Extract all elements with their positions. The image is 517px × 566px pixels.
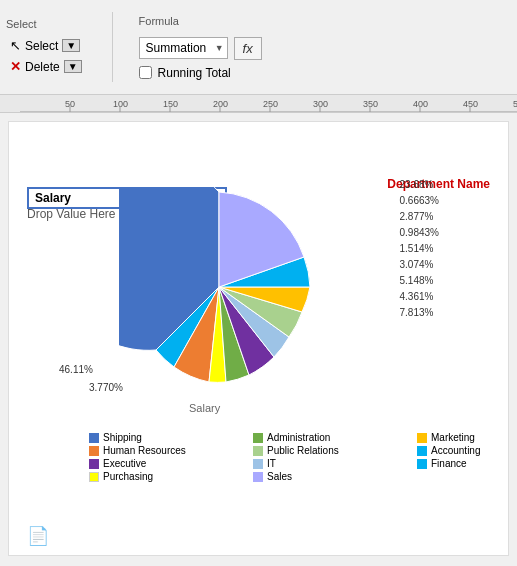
left-labels: 46.11%: [59, 362, 93, 378]
legend-item-accounting: Accounting: [417, 445, 509, 456]
svg-text:100: 100: [113, 99, 128, 109]
delete-button[interactable]: ✕ Delete ▼: [6, 57, 86, 76]
legend-item-finance: Finance: [417, 458, 509, 469]
select-button[interactable]: ↖ Select ▼: [6, 36, 86, 55]
ruler: 50 100 150 200 250 300 350 400 450 500: [0, 95, 517, 113]
legend-label-accounting: Accounting: [431, 445, 480, 456]
right-labels: 23.68% 0.6663% 2.877% 0.9843% 1.514% 3.0…: [400, 177, 439, 321]
legend-color-finance: [417, 459, 427, 469]
legend-item-it: IT: [253, 458, 413, 469]
legend-item-executive: Executive: [89, 458, 249, 469]
formula-section: Formula Summation fx Running Total: [139, 15, 262, 80]
pct-label-8: 4.361%: [400, 289, 439, 305]
pct-label-7: 5.148%: [400, 273, 439, 289]
legend-color-it: [253, 459, 263, 469]
legend-color-purchasing: [89, 472, 99, 482]
page-icon: 📄: [27, 525, 49, 547]
legend-label-finance: Finance: [431, 458, 467, 469]
delete-dropdown-arrow[interactable]: ▼: [64, 60, 82, 73]
pct-label-4: 0.9843%: [400, 225, 439, 241]
pct-label-left-1: 46.11%: [59, 362, 93, 378]
formula-select-wrapper[interactable]: Summation: [139, 37, 228, 59]
legend-item-marketing: Marketing: [417, 432, 509, 443]
formula-select[interactable]: Summation: [139, 37, 228, 59]
legend-label-marketing: Marketing: [431, 432, 475, 443]
pct-label-2: 0.6663%: [400, 193, 439, 209]
delete-icon: ✕: [10, 59, 21, 74]
legend-item-sales: Sales: [253, 471, 413, 482]
legend-color-accounting: [417, 446, 427, 456]
ruler-marks: 50 100 150 200 250 300 350 400 450 500: [0, 95, 517, 112]
legend-label-hr: Human Resources: [103, 445, 186, 456]
svg-text:450: 450: [463, 99, 478, 109]
legend-item-purchasing: Purchasing: [89, 471, 249, 482]
running-total-checkbox[interactable]: [139, 66, 152, 79]
chart-area: 23.68% 0.6663% 2.877% 0.9843% 1.514% 3.0…: [59, 167, 439, 487]
legend-label-it: IT: [267, 458, 276, 469]
legend-label-administration: Administration: [267, 432, 330, 443]
pct-label-9: 7.813%: [400, 305, 439, 321]
toolbar: Select ↖ Select ▼ ✕ Delete ▼ Formula Sum…: [0, 0, 517, 95]
pct-label-1: 23.68%: [400, 177, 439, 193]
legend-color-sales: [253, 472, 263, 482]
pct-label-6: 3.074%: [400, 257, 439, 273]
legend-item-shipping: Shipping: [89, 432, 249, 443]
running-total-label: Running Total: [158, 66, 231, 80]
legend-color-administration: [253, 433, 263, 443]
legend-color-marketing: [417, 433, 427, 443]
legend-label-shipping: Shipping: [103, 432, 142, 443]
pie-chart-container: [119, 187, 319, 387]
fx-button[interactable]: fx: [234, 37, 262, 60]
legend-color-executive: [89, 459, 99, 469]
legend-item-hr: Human Resources: [89, 445, 249, 456]
legend-label-purchasing: Purchasing: [103, 471, 153, 482]
legend-color-pr: [253, 446, 263, 456]
pct-label-bottom: 3.770%: [89, 382, 123, 393]
svg-text:200: 200: [213, 99, 228, 109]
legend-label-pr: Public Relations: [267, 445, 339, 456]
svg-text:400: 400: [413, 99, 428, 109]
legend-item-pr: Public Relations: [253, 445, 413, 456]
select-dropdown-arrow[interactable]: ▼: [62, 39, 80, 52]
legend-label-sales: Sales: [267, 471, 292, 482]
svg-text:350: 350: [363, 99, 378, 109]
pie-chart-svg: [119, 187, 319, 387]
svg-text:300: 300: [313, 99, 328, 109]
legend-label-executive: Executive: [103, 458, 146, 469]
svg-text:500: 500: [513, 99, 517, 109]
select-label: Select: [6, 18, 86, 30]
formula-label: Formula: [139, 15, 262, 27]
svg-text:250: 250: [263, 99, 278, 109]
legend-color-hr: [89, 446, 99, 456]
legend-color-shipping: [89, 433, 99, 443]
main-canvas: Salary Drop Value Here ↰ Department Name…: [8, 121, 509, 556]
formula-row: Summation fx: [139, 37, 262, 60]
select-section: Select ↖ Select ▼ ✕ Delete ▼: [6, 18, 86, 76]
legend-area: Shipping Administration Marketing Human …: [89, 432, 509, 482]
running-total-row: Running Total: [139, 66, 262, 80]
svg-text:150: 150: [163, 99, 178, 109]
toolbar-divider: [112, 12, 113, 82]
pct-label-5: 1.514%: [400, 241, 439, 257]
legend-item-administration: Administration: [253, 432, 413, 443]
cursor-icon: ↖: [10, 38, 21, 53]
salary-axis-label: Salary: [189, 402, 220, 414]
pct-label-3: 2.877%: [400, 209, 439, 225]
